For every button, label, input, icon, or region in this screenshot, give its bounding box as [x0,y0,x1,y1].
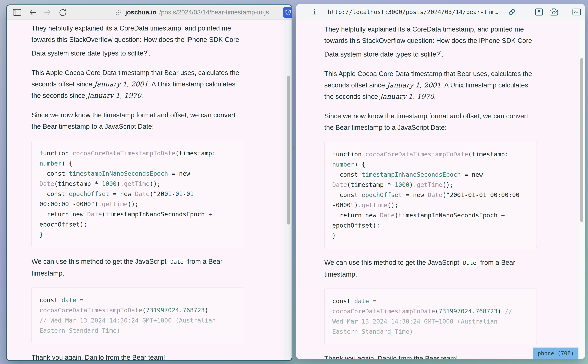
paragraph: They helpfully explained its a CoreData … [32,23,244,59]
paragraph: This Apple Cocoa Core Data timestamp tha… [32,67,244,101]
link-icon [115,8,123,16]
window-resize-handle[interactable] [293,146,294,151]
url-host: joschua.io [125,9,156,16]
camera-icon[interactable] [549,7,559,16]
reload-icon[interactable] [58,8,67,17]
toolbar-right: i http://localhost:3000/posts/2024/03/14… [296,4,585,20]
terminal-icon[interactable] [572,8,582,16]
browser-window-right: i http://localhost:3000/posts/2024/03/14… [296,4,585,359]
code-block-function: function cocoaCoreDataTimestampToDate(ti… [32,141,244,247]
paragraph: Since we now know the timestamp format a… [324,110,537,133]
code-block-usage: const date =cocoaCoreDataTimestampToDate… [32,287,244,343]
code-block-usage: const date =cocoaCoreDataTimestampToDate… [324,289,537,344]
page-content-left: They helpfully explained its a CoreData … [7,20,291,360]
paragraph: We can use this method to get the JavaSc… [324,257,537,280]
paragraph: They helpfully explained its a CoreData … [324,24,537,60]
bitwarden-shield-icon[interactable] [283,7,292,18]
paragraph: We can use this method to get the JavaSc… [32,256,244,279]
paragraph: Since we now know the timestamp format a… [32,109,244,132]
toolbar-left: joschua.io/posts/2024/03/14/bear-timesta… [7,5,291,20]
browser-window-left: joschua.io/posts/2024/03/14/bear-timesta… [6,5,292,361]
back-icon[interactable] [28,9,37,16]
picture-icon[interactable] [534,7,544,16]
page-content-right: They helpfully explained its a CoreData … [296,20,585,359]
paragraph: Thank you again, Danilo from the Bear te… [32,352,244,360]
viewport-size-badge: phone (708) [533,348,578,359]
scrollbar-track[interactable] [578,20,585,359]
paragraph: Thank you again, Danilo from the Bear te… [324,353,537,359]
paragraph: This Apple Cocoa Core Data timestamp tha… [324,68,537,102]
code-block-function: function cocoaCoreDataTimestampToDate(ti… [324,142,537,248]
scrollbar-track[interactable] [285,20,291,360]
forward-icon[interactable] [44,9,52,16]
info-icon[interactable]: i [312,8,316,16]
scrollbar-thumb[interactable] [287,76,290,225]
url-path: /posts/2024/03/14/bear-timestamp-to-js [159,9,269,16]
link-icon[interactable] [508,8,516,16]
scrollbar-thumb[interactable] [580,58,583,222]
sidebar-toggle-icon[interactable] [13,8,22,16]
address-bar[interactable]: joschua.io/posts/2024/03/14/bear-timesta… [115,8,269,16]
address-bar[interactable]: http://localhost:3000/posts/2024/03/14/b… [328,8,498,15]
